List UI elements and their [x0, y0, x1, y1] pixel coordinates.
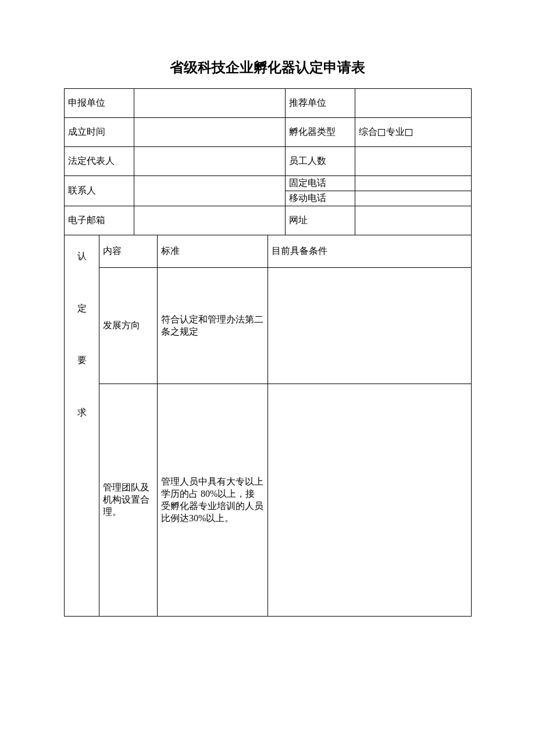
- criteria-header-content: 内容: [99, 235, 158, 268]
- criteria-header-standard: 标准: [158, 235, 268, 268]
- vlabel-3: 要: [77, 355, 87, 365]
- criteria-row1-current[interactable]: [268, 268, 472, 384]
- application-form-table: 申报单位 推荐单位 成立时间 孵化器类型 综合专业 法定代表人 员工人数 联系人…: [64, 88, 472, 617]
- email-label: 电子邮箱: [65, 206, 134, 235]
- criteria-vertical-label: 认 定 要 求: [65, 235, 99, 617]
- website-label: 网址: [286, 206, 355, 235]
- criteria-header-current: 目前具备条件: [268, 235, 472, 268]
- contact-value[interactable]: [134, 176, 286, 206]
- declaring-unit-value[interactable]: [134, 89, 286, 118]
- incubator-type-label: 孵化器类型: [286, 118, 355, 147]
- found-time-label: 成立时间: [65, 118, 134, 147]
- phone-fixed-label: 固定电话: [286, 176, 355, 191]
- recommend-unit-value[interactable]: [355, 89, 472, 118]
- website-value[interactable]: [355, 206, 472, 235]
- staff-count-label: 员工人数: [286, 147, 355, 176]
- contact-label: 联系人: [65, 176, 134, 206]
- page-title: 省级科技企业孵化器认定申请表: [64, 58, 471, 77]
- vlabel-1: 认: [77, 251, 87, 261]
- criteria-row1-standard: 符合认定和管理办法第二条之规定: [158, 268, 268, 384]
- criteria-row2-content: 管理团队及机构设置合理。: [99, 384, 158, 617]
- recommend-unit-label: 推荐单位: [286, 89, 355, 118]
- phone-mobile-value[interactable]: [355, 191, 472, 206]
- criteria-row2-current[interactable]: [268, 384, 472, 617]
- email-value[interactable]: [134, 206, 286, 235]
- staff-count-value[interactable]: [355, 147, 472, 176]
- vlabel-2: 定: [77, 303, 87, 313]
- incubator-type-opt2-label: 专业: [386, 127, 405, 137]
- incubator-type-opt1-label: 综合: [359, 127, 377, 137]
- phone-mobile-label: 移动电话: [286, 191, 355, 206]
- phone-fixed-value[interactable]: [355, 176, 472, 191]
- legal-rep-value[interactable]: [134, 147, 286, 176]
- legal-rep-label: 法定代表人: [65, 147, 134, 176]
- found-time-value[interactable]: [134, 118, 286, 147]
- criteria-row2-standard: 管理人员中具有大专以上学历的占 80%以上，接受孵化器专业培训的人员比例达30%…: [158, 384, 268, 617]
- vlabel-4: 求: [77, 407, 87, 417]
- incubator-type-value[interactable]: 综合专业: [355, 118, 472, 147]
- checkbox-comprehensive-icon[interactable]: [378, 129, 385, 136]
- checkbox-professional-icon[interactable]: [405, 129, 412, 136]
- criteria-row1-content: 发展方向: [99, 268, 158, 384]
- declaring-unit-label: 申报单位: [65, 89, 134, 118]
